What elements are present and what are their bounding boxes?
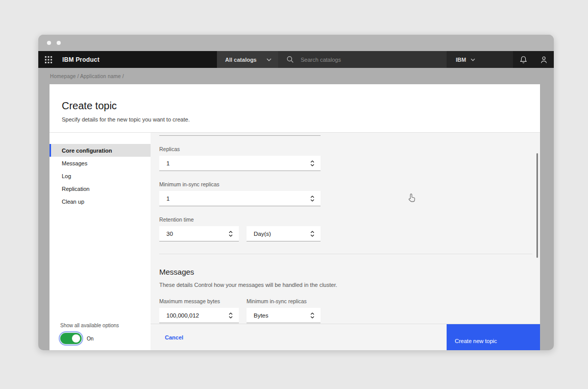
min-insync-input[interactable]: 1 [159, 191, 321, 206]
retention-unit-select[interactable]: Day(s) [247, 226, 321, 241]
nav-item-core-configuration[interactable]: Core configuration [50, 144, 151, 157]
msg-min-insync-input[interactable]: Bytes [247, 308, 321, 323]
nav-item-log[interactable]: Log [50, 169, 151, 182]
messages-section-description: These details Control how your messages … [159, 282, 540, 288]
page-subtitle: Specify details for the new topic you wa… [62, 116, 528, 123]
max-bytes-label: Maximum message bytes [159, 298, 239, 304]
header-actions [513, 51, 554, 68]
replicas-value: 1 [166, 160, 169, 166]
number-stepper[interactable] [309, 195, 315, 203]
app-switcher-button[interactable] [38, 51, 59, 68]
retention-unit-value: Day(s) [254, 231, 271, 237]
max-bytes-input[interactable]: 100,000,012 [159, 308, 239, 323]
min-insync-value: 1 [166, 196, 169, 202]
form-scroll-area: Replicas 1 Minimum in-sync replicas 1 [151, 133, 540, 324]
breadcrumb[interactable]: Homepage / Application name / [38, 68, 554, 84]
number-stepper[interactable] [228, 311, 234, 320]
retention-value: 30 [166, 231, 173, 237]
modal-scrollbar[interactable] [536, 153, 538, 258]
toggle-knob [72, 334, 80, 343]
create-topic-modal: Create topic Specify details for the new… [50, 84, 540, 350]
window-control-dot[interactable] [57, 41, 61, 45]
person-icon [540, 56, 548, 64]
account-dropdown-label: IBM [456, 57, 466, 63]
account-dropdown[interactable]: IBM [447, 51, 513, 68]
nav-item-messages[interactable]: Messages [50, 157, 151, 169]
number-stepper[interactable] [309, 159, 315, 167]
toggle-state-label: On [87, 336, 93, 342]
chevron-down-icon [471, 58, 475, 61]
cutoff-field-top [159, 135, 321, 136]
catalogs-dropdown[interactable]: All catalogs [217, 51, 278, 68]
catalog-search-field[interactable]: Search catalogs [278, 51, 447, 68]
bell-icon [520, 56, 527, 64]
replicas-label: Replicas [159, 146, 540, 152]
show-all-options: Show all available options On [60, 323, 119, 344]
unit-stepper[interactable] [309, 230, 315, 238]
cancel-button[interactable]: Cancel [165, 334, 183, 341]
retention-value-input[interactable]: 30 [159, 226, 239, 241]
retention-time-label: Retention time [159, 216, 540, 223]
app-header: IBM Product All catalogs Search catalogs… [38, 51, 554, 68]
max-bytes-value: 100,000,012 [166, 312, 199, 319]
chevron-down-icon [266, 58, 272, 61]
grid-icon [45, 56, 52, 63]
messages-section-title: Messages [159, 268, 540, 276]
number-stepper[interactable] [228, 230, 234, 238]
msg-min-insync-value: Bytes [254, 312, 268, 319]
create-new-topic-button[interactable]: Create new topic [447, 324, 540, 350]
page-title: Create topic [62, 100, 528, 112]
product-name: IBM Product [59, 51, 217, 68]
nav-item-clean-up[interactable]: Clean up [50, 195, 151, 208]
window-control-dot[interactable] [47, 41, 51, 45]
options-toggle[interactable] [60, 333, 82, 344]
modal-header: Create topic Specify details for the new… [50, 84, 540, 133]
search-icon [286, 56, 294, 63]
unit-stepper[interactable] [309, 311, 315, 320]
min-insync-label: Minimum in-sync replicas [159, 181, 540, 187]
window-titlebar [38, 35, 554, 51]
nav-item-replication[interactable]: Replication [50, 182, 151, 195]
app-window: IBM Product All catalogs Search catalogs… [38, 35, 554, 350]
catalogs-dropdown-label: All catalogs [225, 57, 257, 63]
modal-footer: Cancel Create new topic [151, 324, 540, 350]
toggle-label: Show all available options [60, 323, 119, 328]
replicas-input[interactable]: 1 [159, 156, 321, 171]
user-profile-button[interactable] [533, 51, 554, 68]
section-divider [159, 254, 532, 254]
modal-side-nav: Core configuration Messages Log Replicat… [50, 133, 151, 350]
search-placeholder: Search catalogs [301, 57, 341, 63]
notifications-button[interactable] [513, 51, 533, 68]
msg-min-insync-label: Minimum in-sync replicas [247, 298, 321, 304]
